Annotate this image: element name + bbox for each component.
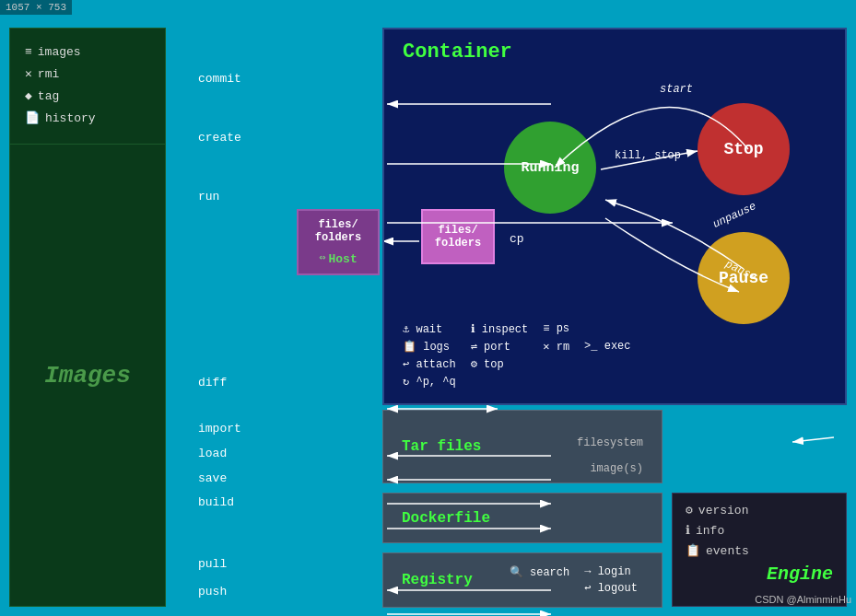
title-bar: 1057 × 753 [0,0,72,15]
unpause-label: unpause [710,200,758,231]
engine-version: ⚙ version [686,503,833,517]
version-icon: ⚙ [686,503,693,517]
images-menu: ≡ images ✕ rmi ◆ tag 📄 history [10,29,165,145]
images-label: Images [44,362,131,389]
registry-search: 🔍 search [510,565,569,579]
run-label: run [198,190,219,203]
tar-filesystem: filesystem [577,436,643,449]
rm-icon: ✕ [543,341,549,354]
images-label-section: Images [10,145,165,606]
build-label: build [198,495,234,509]
files-box-container: files/folders [421,209,495,264]
logout-icon: ↩ [584,582,591,595]
menu-item-tag[interactable]: ◆ tag [25,88,150,103]
logs-icon: 📋 [403,341,416,354]
container-section: Container files/folders ⇔ Host files/fol… [382,28,847,405]
port-icon: ⇌ [471,341,477,354]
create-label: create [198,131,241,145]
files-container-text: files/folders [435,224,481,250]
wait-icon: ⚓ [403,323,409,336]
x-icon: ✕ [25,66,32,81]
events-icon: 📋 [686,543,700,558]
engine-events: 📋 events [686,543,833,558]
state-stop: Stop [698,103,790,195]
diff-label: diff [198,376,227,389]
tar-images: image(s) [590,462,643,475]
cp-label: cp [510,232,524,246]
main-area: Container files/folders ⇔ Host files/fol… [170,28,847,607]
search-icon: 🔍 [510,566,523,579]
cmd-ctrlpq: ↻ ^p, ^q [403,375,456,389]
list-icon: ≡ [25,45,32,59]
cmd-attach: ↩ attach [403,357,456,371]
ctrlpq-icon: ↻ [403,376,409,389]
title-bar-text: 1057 × 753 [6,2,66,13]
tar-section: filesystem Tar files image(s) [382,410,663,483]
inspect-icon: ℹ [471,323,475,336]
svg-line-15 [792,437,834,442]
cmd-port: ⇌ port [471,340,529,354]
cmd-ps: ≡ ps [543,322,569,336]
kill-stop-label: kill, stop [615,149,681,162]
registry-section: Registry 🔍 search → login ↩ logout [382,552,663,608]
pull-label: pull [198,557,227,571]
exec-icon: >_ [584,340,597,353]
files-box-host-text: files/folders [315,218,361,245]
menu-item-rmi[interactable]: ✕ rmi [25,66,150,81]
login-icon: → [584,565,591,578]
dockerfile-title: Dockerfile [402,510,490,527]
registry-commands: 🔍 search → login ↩ logout [510,565,645,595]
history-icon: 📄 [25,110,40,125]
host-label: Host [329,252,358,266]
cmd-rm: ✕ rm [543,340,569,354]
commands-grid: ⚓ wait ℹ inspect ≡ ps 📋 logs ⇌ port ✕ rm… [403,322,631,389]
registry-title: Registry [402,572,473,588]
registry-logout: ↩ logout [584,581,644,595]
save-label: save [198,471,227,485]
cmd-inspect: ℹ inspect [471,322,529,336]
ps-icon: ≡ [543,322,549,335]
dockerfile-section: Dockerfile [382,493,663,543]
info-icon: ℹ [686,523,690,538]
registry-login: → login [584,565,644,579]
commit-label: commit [198,72,241,86]
files-box-host: files/folders ⇔ Host [297,209,380,275]
start-label: start [660,83,693,96]
engine-panel: ⚙ version ℹ info 📋 events Engine [672,493,847,607]
state-running: Running [504,122,596,214]
tag-icon: ◆ [25,88,32,103]
attach-icon: ↩ [403,358,409,371]
watermark: CSDN @AlminminHu [755,594,851,605]
menu-item-images[interactable]: ≡ images [25,45,150,59]
push-label: push [198,585,227,599]
import-label: import [198,422,241,436]
cmd-wait: ⚓ wait [403,322,456,336]
images-panel: ≡ images ✕ rmi ◆ tag 📄 history Images [9,28,166,607]
engine-title: Engine [686,564,833,585]
cmd-logs: 📋 logs [403,340,456,354]
move-icon: ⇔ [319,250,325,264]
top-icon: ⚙ [471,358,477,371]
load-label: load [198,447,227,460]
cmd-exec: >_ exec [584,340,630,354]
menu-item-history[interactable]: 📄 history [25,110,150,125]
cmd-top: ⚙ top [471,357,529,371]
engine-info: ℹ info [686,523,833,538]
container-title: Container [403,41,512,64]
